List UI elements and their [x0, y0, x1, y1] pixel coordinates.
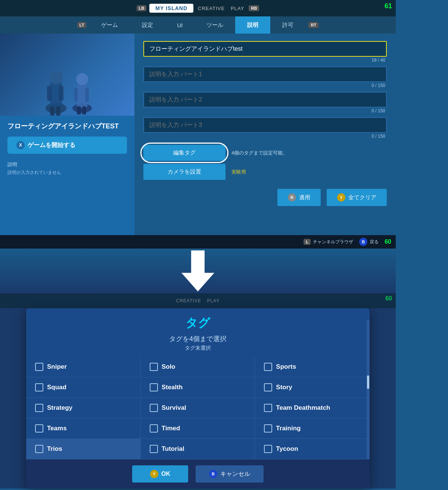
tag-strategy[interactable]: Strategy	[26, 398, 141, 418]
edit-tag-button[interactable]: 編集タグ	[143, 145, 225, 161]
second-screen-bg: CREATIVE PLAY 60 タグ タグを4個まで選択 タグ未選択 Snip…	[0, 293, 396, 489]
tag-solo[interactable]: Solo	[141, 357, 255, 377]
camera-button[interactable]: カメラを設置	[143, 164, 225, 180]
channel-browser-item[interactable]: L チャンネルブラウザ	[304, 239, 353, 245]
desc1-char-count: 0 / 150	[143, 82, 387, 91]
desc1-input-row: 0 / 150	[143, 66, 387, 91]
bottom-bar-1: L チャンネルブラウザ B 戻る 60	[0, 235, 396, 249]
svg-rect-11	[85, 88, 89, 102]
checkbox-training[interactable]	[264, 424, 272, 433]
b-badge-bottom: B	[359, 238, 367, 246]
clear-button[interactable]: Y 全てクリア	[327, 189, 387, 206]
dialog-header: タグ タグを4個まで選択 タグ未選択	[26, 308, 370, 357]
checkbox-teams[interactable]	[35, 424, 43, 433]
start-game-button[interactable]: X ゲームを開始する	[7, 137, 127, 154]
nav-ui[interactable]: UI	[165, 16, 195, 34]
lt-badge[interactable]: LT	[77, 22, 87, 28]
tag-timed-label: Timed	[162, 425, 180, 432]
top-bar: LB MY ISLAND CREATIVE PLAY RB 61	[0, 0, 396, 16]
nav-game[interactable]: ゲーム	[89, 16, 130, 34]
tag-teams[interactable]: Teams	[26, 418, 141, 439]
tag-team-deathmatch-label: Team Deathmatch	[276, 404, 330, 412]
camera-note: 実験用	[231, 169, 246, 175]
svg-rect-5	[50, 106, 55, 116]
action-btns: R 適用 Y 全てクリア	[143, 189, 387, 206]
edit-tag-row: 編集タグ 4個のタグまで設定可能。	[143, 145, 387, 161]
tag-tutorial-label: Tutorial	[162, 445, 184, 453]
apply-button[interactable]: R 適用	[277, 189, 321, 206]
cancel-b-badge: B	[209, 470, 217, 478]
checkbox-story[interactable]	[264, 383, 272, 391]
checkbox-sniper[interactable]	[35, 363, 43, 371]
tag-stealth[interactable]: Stealth	[141, 377, 255, 398]
top-bar-2nd: CREATIVE PLAY 60	[0, 293, 396, 308]
camera-row: カメラを設置 実験用	[143, 164, 387, 180]
tag-tycoon[interactable]: Tycoon	[255, 439, 370, 459]
checkbox-trios[interactable]	[35, 445, 43, 453]
tag-training[interactable]: Training	[255, 418, 370, 439]
clear-label: 全てクリア	[348, 194, 376, 201]
lb-badge[interactable]: LB	[137, 5, 147, 11]
l-badge: L	[304, 239, 311, 245]
ok-label: OK	[161, 471, 170, 477]
tag-story[interactable]: Story	[255, 377, 370, 398]
tag-timed[interactable]: Timed	[141, 418, 255, 439]
checkbox-solo[interactable]	[150, 363, 158, 371]
svg-rect-3	[47, 86, 52, 101]
tag-note: 4個のタグまで設定可能。	[231, 150, 287, 156]
arrow-section	[0, 249, 396, 293]
tag-sports[interactable]: Sports	[255, 357, 370, 377]
island-title: フローティングアイランドハブTEST	[0, 116, 134, 134]
tag-trios[interactable]: Trios	[26, 439, 141, 459]
checkbox-tycoon[interactable]	[264, 445, 272, 453]
tag-tutorial[interactable]: Tutorial	[141, 439, 255, 459]
tag-trios-label: Trios	[47, 445, 62, 453]
svg-rect-6	[56, 106, 60, 116]
checkbox-tutorial[interactable]	[150, 445, 158, 453]
tag-teams-label: Teams	[47, 425, 67, 432]
cancel-button[interactable]: B キャンセル	[196, 465, 264, 483]
checkbox-team-deathmatch[interactable]	[264, 404, 272, 412]
desc-empty-text: 説明が入力されていません	[0, 169, 134, 176]
desc3-char-count: 0 / 150	[143, 133, 387, 142]
top-counter-2nd: 60	[385, 295, 392, 302]
checkbox-survival[interactable]	[150, 404, 158, 412]
start-btn-label: ゲームを開始する	[28, 141, 75, 149]
nav-tools[interactable]: ツール	[195, 16, 235, 34]
tag-sniper-label: Sniper	[47, 363, 67, 371]
tag-squad[interactable]: Squad	[26, 377, 141, 398]
scrollbar-track[interactable]	[367, 319, 370, 459]
desc2-input-row: 0 / 150	[143, 92, 387, 116]
tag-sniper[interactable]: Sniper	[26, 357, 141, 377]
checkbox-sports[interactable]	[264, 363, 272, 371]
play-label: PLAY	[231, 6, 244, 11]
desc3-input[interactable]	[143, 117, 387, 133]
svg-point-2	[49, 71, 63, 84]
nav-desc[interactable]: 説明	[235, 16, 270, 34]
panel-bg	[0, 34, 134, 116]
creative-label-2nd: CREATIVE	[176, 298, 201, 303]
nav-settings[interactable]: 設定	[130, 16, 165, 34]
rb-badge[interactable]: RB	[249, 5, 259, 11]
top-counter: 61	[385, 2, 392, 10]
desc2-input[interactable]	[143, 92, 387, 107]
tag-tycoon-label: Tycoon	[276, 445, 298, 453]
scrollbar-thumb[interactable]	[367, 375, 369, 389]
ok-button[interactable]: Y OK	[132, 465, 188, 483]
rt-badge[interactable]: RT	[308, 22, 318, 28]
nav-permit[interactable]: 許可	[270, 16, 305, 34]
dialog-footer: Y OK B キャンセル	[26, 459, 370, 489]
back-item[interactable]: B 戻る	[359, 238, 379, 246]
checkbox-timed[interactable]	[150, 424, 158, 433]
checkbox-stealth[interactable]	[150, 383, 158, 391]
tag-survival[interactable]: Survival	[141, 398, 255, 418]
tag-dialog: タグ タグを4個まで選択 タグ未選択 Sniper Solo Sports	[26, 308, 370, 489]
title-input[interactable]	[143, 41, 387, 57]
checkbox-squad[interactable]	[35, 383, 43, 391]
checkbox-strategy[interactable]	[35, 404, 43, 412]
nav-tabs-top: LB MY ISLAND CREATIVE PLAY RB	[137, 4, 259, 13]
my-island-tab[interactable]: MY ISLAND	[149, 4, 193, 13]
desc1-input[interactable]	[143, 66, 387, 82]
cancel-label: キャンセル	[220, 470, 250, 478]
tag-team-deathmatch[interactable]: Team Deathmatch	[255, 398, 370, 418]
